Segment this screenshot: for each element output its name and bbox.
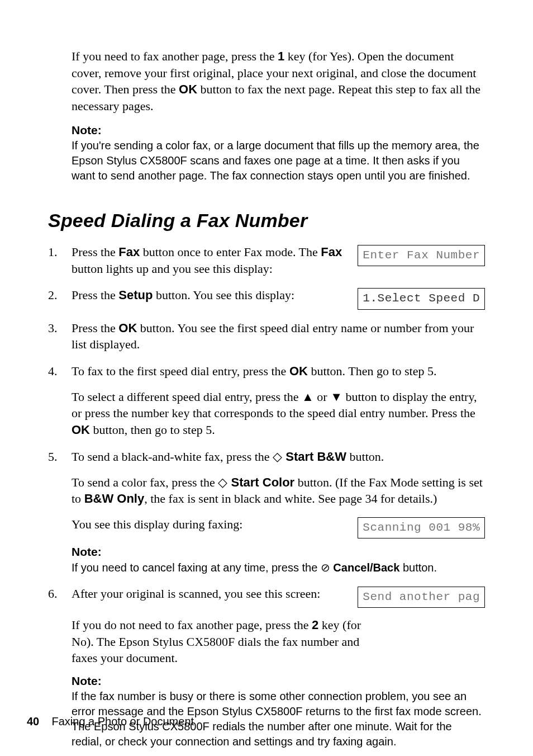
note-label: Note:	[72, 673, 485, 689]
text: , the fax is sent in black and white. Se…	[144, 492, 437, 505]
ok-key: OK	[72, 423, 90, 437]
text: button.	[399, 561, 437, 574]
page-footer: 40 Faxing a Photo or Document	[27, 714, 194, 729]
lcd-select-speed: 1.Select Speed D	[358, 288, 485, 309]
text: button, then go to step 5.	[90, 423, 215, 437]
text: To fax to the first speed dial entry, pr…	[72, 364, 289, 378]
text: or	[314, 390, 330, 404]
text: Press the	[72, 245, 118, 259]
fax-button: Fax	[118, 245, 140, 259]
page-number: 40	[27, 715, 39, 727]
ok-key: OK	[118, 321, 137, 335]
note-body: If you need to cancel faxing at any time…	[72, 560, 485, 575]
lcd-send-another: Send another pag	[358, 587, 485, 608]
text: button once to enter Fax mode. The	[140, 245, 321, 259]
step-4: To fax to the first speed dial entry, pr…	[48, 363, 485, 438]
lcd-enter-fax-number: Enter Fax Number	[358, 245, 485, 266]
cancel-icon: ⊘	[321, 561, 330, 574]
note-label: Note:	[72, 544, 485, 560]
ok-key: OK	[289, 364, 308, 378]
key-2: 2	[312, 618, 318, 632]
lcd-scanning: Scanning 001 98%	[358, 517, 485, 538]
step-6-p1: After your original is scanned, you see …	[72, 585, 348, 602]
step-6-p2: If you do not need to fax another page, …	[72, 617, 368, 667]
diamond-icon: ◇	[273, 450, 282, 464]
intro-note: Note: If you're sending a color fax, or …	[72, 122, 485, 183]
step-4-p2: To select a different speed dial entry, …	[72, 389, 485, 438]
step-5-note: Note: If you need to cancel faxing at an…	[72, 544, 485, 575]
intro-paragraph: If you need to fax another page, press t…	[72, 48, 485, 115]
text: If you need to fax another page, press t…	[72, 49, 278, 63]
page: If you need to fax another page, press t…	[0, 0, 533, 756]
start-color-button: Start Color	[227, 475, 294, 489]
step-5: To send a black-and-white fax, press the…	[48, 448, 485, 575]
step-4-p1: To fax to the first speed dial entry, pr…	[72, 363, 485, 380]
text: button.	[346, 450, 384, 464]
step-2-text: Press the Setup button. You see this dis…	[72, 287, 348, 304]
step-5-p3-row: You see this display during faxing: Scan…	[72, 516, 485, 538]
fax-button: Fax	[321, 245, 342, 259]
note-body: If you're sending a color fax, or a larg…	[72, 138, 485, 183]
section-title: Speed Dialing a Fax Number	[48, 208, 485, 234]
text: To send a black-and-white fax, press the	[72, 450, 273, 464]
text: To send a color fax, press the	[72, 475, 218, 489]
text: If you do not need to fax another page, …	[72, 618, 312, 632]
up-arrow-icon: ▲	[302, 390, 314, 404]
step-2: Press the Setup button. You see this dis…	[48, 287, 485, 309]
step-6-p1-row: After your original is scanned, you see …	[72, 585, 485, 608]
step-5-p2: To send a color fax, press the ◇ Start C…	[72, 474, 485, 507]
step-1: Press the Fax button once to enter Fax m…	[48, 244, 485, 277]
setup-button: Setup	[118, 288, 153, 302]
step-5-p3: You see this display during faxing:	[72, 516, 348, 533]
text: If you need to cancel faxing at any time…	[72, 561, 321, 574]
note-label: Note:	[72, 122, 485, 138]
text: To select a different speed dial entry, …	[72, 390, 302, 404]
text: button lights up and you see this displa…	[72, 262, 273, 276]
step-1-text: Press the Fax button once to enter Fax m…	[72, 244, 348, 277]
ok-key: OK	[179, 82, 197, 96]
text: Press the	[72, 321, 118, 335]
text: button. You see this display:	[153, 288, 294, 302]
cancel-back-button: Cancel/Back	[330, 561, 400, 574]
text: Press the	[72, 288, 118, 302]
footer-title: Faxing a Photo or Document	[52, 715, 194, 727]
step-3: Press the OK button. You see the first s…	[48, 320, 485, 353]
bw-only-mode: B&W Only	[84, 492, 145, 505]
start-bw-button: Start B&W	[282, 450, 346, 464]
step-6-note: Note: If the fax number is busy or there…	[72, 673, 485, 749]
step-5-p1: To send a black-and-white fax, press the…	[72, 448, 485, 465]
key-1: 1	[278, 49, 284, 63]
steps-list: Press the Fax button once to enter Fax m…	[48, 244, 485, 749]
text: button. Then go to step 5.	[308, 364, 437, 378]
down-arrow-icon: ▼	[330, 390, 342, 404]
diamond-icon: ◇	[218, 475, 227, 489]
